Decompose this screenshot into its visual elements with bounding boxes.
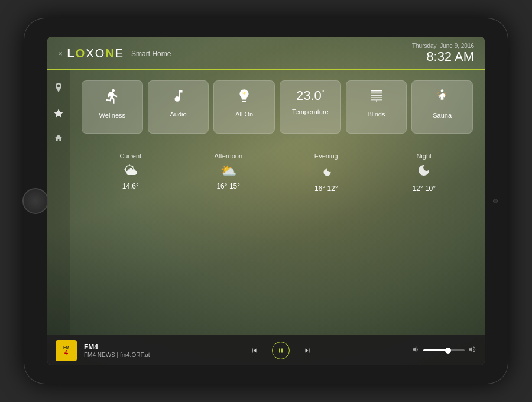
- weather-afternoon-icon: ⛅: [220, 163, 236, 179]
- logo-lox: L: [67, 47, 76, 60]
- forward-button[interactable]: [300, 343, 314, 358]
- weather-current-temp: 14.6°: [122, 182, 139, 190]
- volume-fill: [423, 349, 448, 351]
- tile-blinds[interactable]: Blinds: [346, 80, 407, 134]
- weather-afternoon: Afternoon ⛅ 16° 15°: [180, 153, 278, 193]
- weather-evening-icon: [319, 163, 333, 181]
- weather-afternoon-temp: 16° 15°: [216, 182, 240, 190]
- radio-info: FM4 FM4 NEWS | fm4.ORF.at: [84, 343, 150, 358]
- all-on-icon: [236, 88, 252, 106]
- weather-night-label: Night: [416, 153, 432, 160]
- time-display: 8:32 AM: [412, 49, 474, 64]
- header: × LOXONE Smart Home Thursday June 9, 201…: [47, 37, 485, 70]
- pause-button[interactable]: [272, 342, 290, 359]
- tile-sauna[interactable]: Sauna: [411, 80, 473, 134]
- weather-evening-temp: 16° 12°: [314, 184, 338, 193]
- logo-xone: XO: [86, 47, 105, 60]
- tile-sauna-label: Sauna: [433, 112, 452, 119]
- weather-night-icon: [417, 163, 431, 181]
- wellness-icon: [104, 88, 121, 107]
- player-bar: FM 4 FM4 FM4 NEWS | fm4.ORF.at: [47, 335, 485, 365]
- weather-afternoon-label: Afternoon: [214, 153, 242, 160]
- volume-section: [411, 345, 476, 355]
- header-left: × LOXONE Smart Home: [58, 47, 171, 60]
- station-desc: FM4 NEWS | fm4.ORF.at: [84, 352, 150, 358]
- camera: [493, 199, 498, 203]
- main-area: Wellness Audio: [47, 70, 485, 335]
- sauna-icon: [434, 88, 450, 107]
- weather-current-icon: 🌥: [124, 163, 137, 179]
- audio-icon: [171, 88, 186, 106]
- tile-audio[interactable]: Audio: [148, 80, 209, 134]
- tile-all-on[interactable]: All On: [213, 80, 275, 134]
- tile-audio-label: Audio: [170, 111, 186, 118]
- tiles-row: Wellness Audio: [82, 80, 473, 134]
- tile-all-on-label: All On: [235, 111, 253, 118]
- player-controls: [157, 342, 405, 359]
- tile-temperature[interactable]: 23.0° Temperature: [280, 80, 341, 134]
- rewind-button[interactable]: [247, 343, 261, 358]
- app-logo: LOXONE: [67, 47, 124, 60]
- ui-layer: × LOXONE Smart Home Thursday June 9, 201…: [47, 37, 485, 365]
- sidebar-item-favorites[interactable]: [52, 106, 65, 119]
- svg-rect-7: [371, 99, 382, 100]
- temperature-value: 23.0°: [296, 88, 325, 103]
- radio-logo: FM 4: [56, 340, 77, 361]
- screen: × LOXONE Smart Home Thursday June 9, 201…: [47, 37, 485, 365]
- tile-wellness[interactable]: Wellness: [82, 80, 143, 134]
- content-area: Wellness Audio: [70, 70, 485, 335]
- volume-high-icon: [468, 345, 476, 355]
- station-name: FM4: [84, 343, 150, 351]
- svg-point-9: [441, 89, 444, 92]
- tile-blinds-label: Blinds: [368, 111, 385, 118]
- weather-evening: Evening 16° 12°: [277, 153, 375, 193]
- date-label: June 9, 2016: [440, 43, 474, 49]
- weather-night-temp: 12° 10°: [412, 184, 436, 193]
- day-label: Thursday: [412, 43, 437, 49]
- header-right: Thursday June 9, 2016 8:32 AM: [412, 43, 474, 64]
- sidebar: [47, 70, 70, 335]
- weather-row: Current 🌥 14.6° Afternoon ⛅ 16° 15° Even…: [82, 153, 473, 193]
- svg-rect-6: [371, 97, 382, 98]
- sidebar-item-home[interactable]: [52, 131, 65, 144]
- logo-x: O: [76, 47, 86, 60]
- sidebar-item-location[interactable]: [52, 82, 65, 95]
- home-button[interactable]: [22, 188, 48, 214]
- weather-current: Current 🌥 14.6°: [82, 153, 180, 193]
- tile-wellness-label: Wellness: [99, 112, 125, 119]
- volume-slider[interactable]: [423, 349, 465, 351]
- volume-low-icon: [411, 345, 420, 355]
- svg-rect-3: [371, 90, 382, 91]
- weather-current-label: Current: [119, 153, 141, 160]
- svg-rect-5: [371, 95, 382, 96]
- weather-night: Night 12° 10°: [375, 153, 473, 193]
- app-subtitle: Smart Home: [131, 50, 171, 58]
- blinds-icon: [369, 88, 384, 106]
- tablet-device: × LOXONE Smart Home Thursday June 9, 201…: [24, 18, 508, 384]
- weather-evening-label: Evening: [314, 153, 338, 160]
- date-display: Thursday June 9, 2016: [412, 43, 474, 49]
- volume-knob: [445, 348, 451, 354]
- close-button[interactable]: ×: [58, 49, 63, 58]
- tile-temperature-label: Temperature: [292, 108, 329, 115]
- svg-rect-4: [371, 93, 382, 94]
